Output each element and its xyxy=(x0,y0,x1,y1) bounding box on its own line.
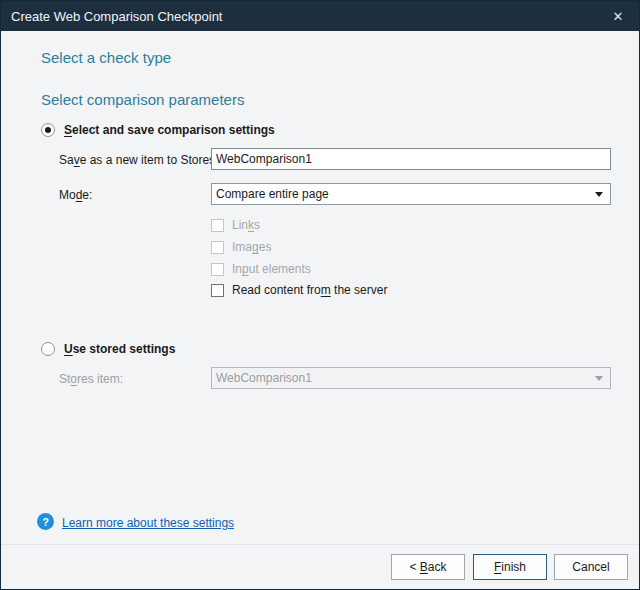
cancel-button[interactable]: Cancel xyxy=(554,554,628,580)
stores-item-dropdown-value: WebComparison1 xyxy=(216,371,312,385)
mode-dropdown-value: Compare entire page xyxy=(216,187,329,201)
check-type-heading: Select a check type xyxy=(41,49,171,66)
save-as-input[interactable] xyxy=(211,148,611,170)
checkbox-icon xyxy=(211,263,224,276)
links-checkbox-label: Links xyxy=(232,218,260,232)
save-settings-radio[interactable]: Select and save comparison settings xyxy=(41,123,275,137)
links-checkbox: Links xyxy=(211,216,260,234)
radio-unselected-icon xyxy=(41,342,55,356)
checkbox-icon xyxy=(211,219,224,232)
read-content-checkbox-label: Read content from the server xyxy=(232,283,387,297)
stores-item-dropdown: WebComparison1 xyxy=(211,367,611,389)
mode-dropdown[interactable]: Compare entire page xyxy=(211,183,611,205)
finish-button[interactable]: Finish xyxy=(473,554,547,580)
learn-more-link[interactable]: Learn more about these settings xyxy=(62,516,234,530)
close-icon[interactable]: ✕ xyxy=(601,1,635,31)
input-elements-checkbox: Input elements xyxy=(211,260,311,278)
comparison-parameters-heading: Select comparison parameters xyxy=(41,91,244,108)
back-button[interactable]: < Back xyxy=(391,554,465,580)
checkbox-icon xyxy=(211,241,224,254)
input-elements-checkbox-label: Input elements xyxy=(232,262,311,276)
mode-label: Mode: xyxy=(59,188,92,202)
stores-item-label: Stores item: xyxy=(59,372,123,386)
images-checkbox: Images xyxy=(211,238,271,256)
footer-separator xyxy=(1,544,639,545)
stored-settings-radio-label: Use stored settings xyxy=(64,342,175,356)
read-content-checkbox[interactable]: Read content from the server xyxy=(211,281,387,299)
help-icon[interactable]: ? xyxy=(37,513,54,530)
radio-selected-icon xyxy=(41,123,55,137)
images-checkbox-label: Images xyxy=(232,240,271,254)
chevron-down-icon xyxy=(595,192,603,197)
checkbox-icon xyxy=(211,284,224,297)
save-as-label: Save as a new item to Stores: xyxy=(59,153,218,167)
chevron-down-icon xyxy=(595,376,603,381)
title-bar: Create Web Comparison Checkpoint ✕ xyxy=(1,1,639,31)
create-web-comparison-checkpoint-dialog: Create Web Comparison Checkpoint ✕ Selec… xyxy=(0,0,640,590)
stored-settings-radio[interactable]: Use stored settings xyxy=(41,342,175,356)
window-title: Create Web Comparison Checkpoint xyxy=(11,9,222,24)
save-settings-radio-label: Select and save comparison settings xyxy=(64,123,275,137)
